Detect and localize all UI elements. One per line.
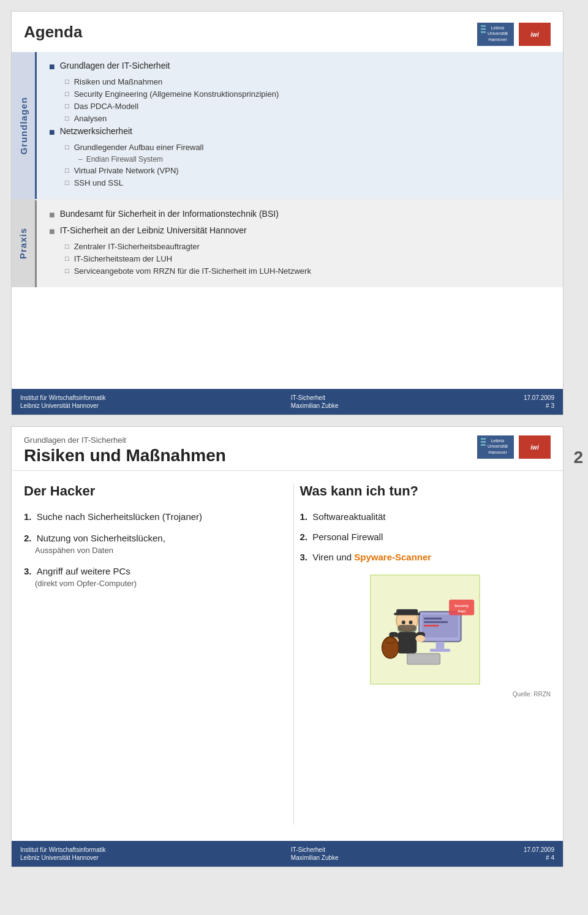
footer-page-1: # 3 — [546, 402, 554, 409]
left-item-1-header: 1. Suche nach Sicherheitslücken (Trojane… — [24, 511, 275, 522]
logo-luh-text2: Universität — [488, 31, 508, 36]
footer-uni-1: Leibniz Universität Hannover — [20, 402, 105, 409]
sub-icon-2-1: □ — [65, 143, 69, 151]
slide2-footer-subject: IT-Sicherheit — [291, 846, 339, 853]
sub-text-2-2: Virtual Private Network (VPN) — [74, 166, 179, 175]
svg-rect-5 — [424, 617, 442, 619]
praxis-sub-text-1: Zentraler IT-Sicherheitsbeauftragter — [74, 242, 200, 251]
sub-sub-bullets-2: – Endian Firewall System — [78, 155, 551, 164]
slide2-footer-author: Maximilian Zubke — [291, 854, 339, 861]
footer-right-1: 17.07.2009 # 3 — [524, 394, 554, 409]
footer-center-1: IT-Sicherheit Maximilian Zubke — [291, 394, 339, 409]
slide2-footer-center: IT-Sicherheit Maximilian Zubke — [291, 846, 339, 861]
left-item-3-num: 3. — [24, 566, 32, 576]
slide2-logos: Leibniz Universität Hannover iwi — [477, 435, 551, 459]
praxis-label: Praxis — [12, 199, 35, 287]
sub-bullet-2-2: □ Virtual Private Network (VPN) — [65, 166, 551, 175]
slide2-footer-uni: Leibniz Universität Hannover — [20, 854, 105, 861]
grundlagen-section: Grundlagen ■ Grundlagen der IT-Sicherhei… — [12, 52, 563, 199]
bullet-icon-2: ■ — [49, 127, 55, 138]
footer-date-1: 17.07.2009 — [524, 394, 554, 401]
praxis-content: ■ Bundesamt für Sicherheit in der Inform… — [35, 200, 563, 287]
logos: Leibniz Universität Hannover iwi — [477, 23, 551, 46]
svg-point-24 — [386, 638, 396, 644]
svg-rect-14 — [398, 632, 417, 653]
slide2-footer-right: 17.07.2009 # 4 — [524, 846, 554, 861]
praxis-sub-text-2: IT-Sicherheitsteam der LUH — [74, 254, 172, 263]
sub-bullet-1-1: □ Risiken und Maßnahmen — [65, 77, 551, 86]
praxis-sub-icon-3: □ — [65, 267, 69, 274]
right-item-2-num: 2. — [300, 532, 308, 542]
footer-left-1: Institut für Wirtschaftsinformatik Leibn… — [20, 394, 105, 409]
slide2-body: Der Hacker 1. Suche nach Sicherheitslück… — [12, 471, 563, 837]
right-item-2-header: 2. Personal Firewall — [300, 532, 551, 542]
praxis-text-1: Bundesamt für Sicherheit in der Informat… — [60, 209, 279, 219]
slide2-subtitle: Grundlagen der IT-Sicherheit — [24, 435, 226, 445]
logo-luh-text1: Leibniz — [488, 25, 508, 31]
praxis-text-2: IT-Sicherheit an der Leibniz Universität… — [60, 225, 247, 235]
sub-bullets-1: □ Risiken und Maßnahmen □ Security Engin… — [65, 77, 551, 123]
right-item-3-text: Viren und Spyware-Scanner — [312, 552, 431, 562]
slide2-footer-date: 17.07.2009 — [524, 846, 554, 853]
sub-text-2-3: SSH und SSL — [74, 178, 123, 187]
left-item-1-num: 1. — [24, 511, 32, 522]
slide2-logo-luh-text2: Universität — [488, 443, 508, 449]
praxis-icon-2: ■ — [49, 226, 55, 237]
svg-point-11 — [402, 620, 405, 624]
svg-rect-6 — [424, 621, 448, 623]
left-item-2-header: 2. Nutzung von Sicherheitslücken, — [24, 533, 275, 543]
right-item-1-num: 1. — [300, 511, 308, 522]
slide-2: Grundlagen der IT-Sicherheit Risiken und… — [11, 426, 564, 867]
slide2-logo-luh-text1: Leibniz — [488, 438, 508, 443]
left-item-2-num: 2. — [24, 533, 32, 543]
left-item-3-text: Angriff auf weitere PCs — [37, 566, 130, 576]
slide2-footer-left: Institut für Wirtschaftsinformatik Leibn… — [20, 846, 105, 861]
praxis-sub-2: □ IT-Sicherheitsteam der LUH — [65, 254, 551, 263]
footer-author-1: Maximilian Zubke — [291, 402, 339, 409]
svg-text:Security: Security — [454, 604, 469, 608]
sub-bullet-2-1: □ Grundlegender Aufbau einer Firewall — [65, 143, 551, 152]
right-item-1-text: Softwareaktualität — [312, 511, 385, 522]
right-item-2: 2. Personal Firewall — [300, 532, 551, 542]
sub-text-1-1: Risiken und Maßnahmen — [74, 77, 163, 86]
slide2-title: Risiken und Maßnahmen — [24, 446, 226, 465]
grundlagen-main2: Netzwerksicherheit — [60, 126, 132, 136]
main-bullet-2: ■ Netzwerksicherheit — [49, 126, 551, 138]
slide2-logo-luh-text3: Hannover — [488, 450, 508, 455]
svg-rect-3 — [436, 642, 445, 649]
sub-sub-text-2-1: Endian Firewall System — [86, 155, 163, 164]
slide2-iwi-logo-text: iwi — [530, 444, 538, 451]
svg-rect-13 — [398, 625, 417, 632]
left-item-1-text: Suche nach Sicherheitslücken (Trojaner) — [37, 511, 202, 522]
sub-text-1-3: Das PDCA-Modell — [74, 102, 138, 111]
praxis-sub-3: □ Serviceangebote vom RRZN für die IT-Si… — [65, 266, 551, 276]
praxis-main-2: ■ IT-Sicherheit an der Leibniz Universit… — [49, 225, 551, 237]
praxis-main-1: ■ Bundesamt für Sicherheit in der Inform… — [49, 209, 551, 220]
slide2-iwi-logo: iwi — [519, 435, 551, 459]
right-item-3-pre: Viren und — [312, 552, 354, 562]
sub-icon-2-3: □ — [65, 179, 69, 186]
hacker-illustration: Security Alert Quelle: RRZN — [300, 574, 551, 698]
sub-bullet-1-2: □ Security Engineering (Allgemeine Konst… — [65, 89, 551, 99]
luh-logo: Leibniz Universität Hannover — [477, 23, 514, 46]
praxis-icon-1: ■ — [49, 209, 55, 220]
footer-inst-1: Institut für Wirtschaftsinformatik — [20, 394, 105, 401]
right-item-2-text: Personal Firewall — [312, 532, 383, 542]
right-item-1: 1. Softwareaktualität — [300, 511, 551, 522]
right-item-3-num: 3. — [300, 552, 308, 562]
slide2-footer-page: # 4 — [546, 854, 554, 861]
grundlagen-content: ■ Grundlagen der IT-Sicherheit □ Risiken… — [35, 52, 563, 199]
sub-icon-2-2: □ — [65, 167, 69, 174]
praxis-sub-bullets: □ Zentraler IT-Sicherheitsbeauftragter □… — [65, 242, 551, 276]
main-bullet-1: ■ Grundlagen der IT-Sicherheit — [49, 61, 551, 72]
spyware-scanner-text: Spyware-Scanner — [354, 552, 431, 562]
left-item-2: 2. Nutzung von Sicherheitslücken, Ausspä… — [24, 533, 275, 555]
left-item-2-text: Nutzung von Sicherheitslücken, — [37, 533, 165, 543]
praxis-section: Praxis ■ Bundesamt für Sicherheit in der… — [12, 199, 563, 287]
sub-bullets-2: □ Grundlegender Aufbau einer Firewall – … — [65, 143, 551, 187]
quelle-text: Quelle: RRZN — [300, 691, 551, 698]
right-col-title: Was kann ich tun? — [300, 483, 551, 499]
left-item-1: 1. Suche nach Sicherheitslücken (Trojane… — [24, 511, 275, 522]
sub-bullet-1-4: □ Analysen — [65, 114, 551, 123]
svg-point-12 — [409, 620, 413, 624]
